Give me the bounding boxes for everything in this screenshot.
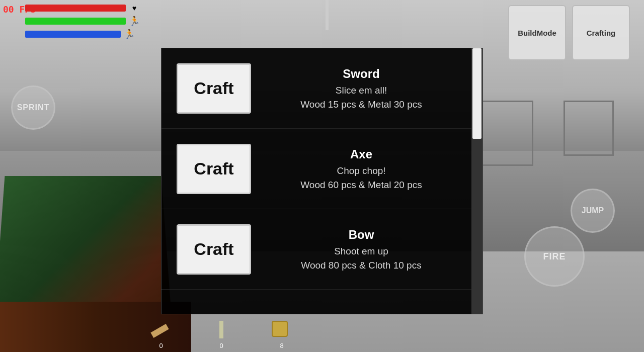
jump-button[interactable]: JUMP [571,189,615,233]
craft-sword-info: Sword Slice em all! Wood 15 pcs & Metal … [266,67,456,110]
fire-button[interactable]: FIRE [524,226,585,287]
crafting-button[interactable]: Crafting [572,5,630,60]
green-table [0,176,172,315]
crafting-list[interactable]: Craft Sword Slice em all! Wood 15 pcs & … [162,48,471,314]
craft-axe-button[interactable]: Craft [177,144,251,194]
scrollbar-thumb[interactable] [472,48,481,139]
craft-axe-desc: Chop chop! [266,165,456,177]
craft-bow-cost: Wood 80 pcs & Cloth 10 pcs [266,260,456,271]
craft-bow-button[interactable]: Craft [177,224,251,275]
craft-item-axe: Craft Axe Chop chop! Wood 60 pcs & Metal… [162,129,471,209]
craft-sword-desc: Slice em all! [266,85,456,96]
craft-item-bow: Craft Bow Shoot em up Wood 80 pcs & Clot… [162,209,471,290]
bench-right-2 [564,101,614,156]
build-mode-button[interactable]: BuildMode [508,5,566,60]
crafting-panel: Craft Sword Slice em all! Wood 15 pcs & … [161,48,483,314]
craft-sword-button[interactable]: Craft [177,63,251,114]
craft-sword-cost: Wood 15 pcs & Metal 30 pcs [266,99,456,110]
craft-bow-info: Bow Shoot em up Wood 80 pcs & Cloth 10 p… [266,228,456,271]
craft-axe-info: Axe Chop chop! Wood 60 pcs & Metal 20 pc… [266,147,456,191]
scrollbar-track[interactable] [471,48,482,314]
craft-bow-name: Bow [266,228,456,242]
craft-sword-name: Sword [266,67,456,81]
craft-bow-desc: Shoot em up [266,246,456,257]
craft-item-sword: Craft Sword Slice em all! Wood 15 pcs & … [162,48,471,129]
craft-axe-name: Axe [266,147,456,161]
sprint-button[interactable]: SPRINT [11,85,55,130]
craft-axe-cost: Wood 60 pcs & Metal 20 pcs [266,180,456,191]
